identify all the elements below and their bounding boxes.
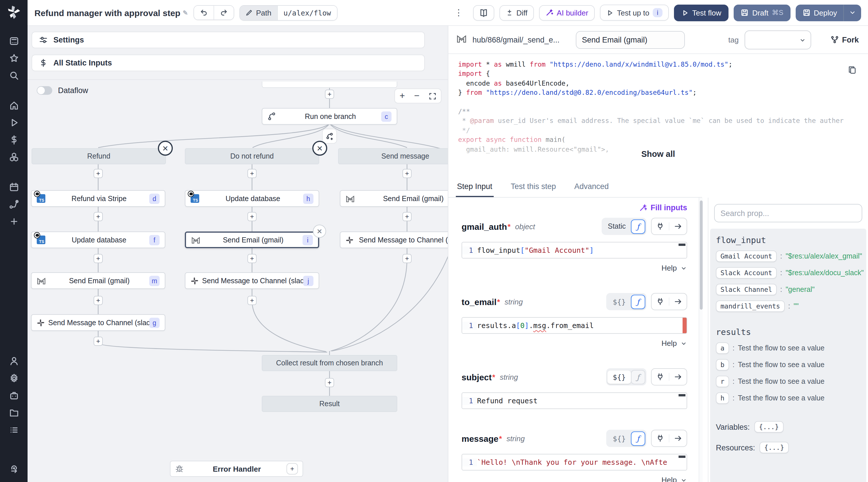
more-menu-button[interactable]: ⋮ [450, 7, 468, 18]
template-mode-button[interactable]: ${} [608, 370, 631, 384]
arrow-right-button[interactable] [669, 373, 687, 381]
sidebar-item-help-arrow[interactable] [5, 460, 23, 477]
tab-step-input[interactable]: Step Input [456, 182, 493, 197]
sidebar-item-logs[interactable] [5, 421, 23, 438]
flow-node-send-email-m[interactable]: Send Email (gmail) m [31, 272, 165, 289]
flow-node-run-one-branch[interactable]: Run one branch c [262, 108, 397, 125]
sidebar-item-star[interactable] [5, 49, 23, 67]
sidebar-item-workspace[interactable] [5, 32, 23, 49]
sidebar-item-home[interactable] [5, 96, 23, 114]
sidebar-item-variables[interactable] [5, 131, 23, 148]
ai-builder-button[interactable]: AI builder [539, 5, 595, 20]
fork-button[interactable]: Fork [830, 35, 859, 44]
branch-header-do-not-refund[interactable]: Do not refund [185, 148, 319, 164]
redo-button[interactable] [214, 6, 234, 20]
sidebar-item-schedules[interactable] [5, 178, 23, 195]
delete-step-button[interactable]: ✕ [313, 225, 326, 238]
flow-node-update-database-h[interactable]: TS Update database h [185, 190, 319, 207]
javascript-mode-button[interactable]: ƒ [631, 294, 645, 309]
branch-header-send-message[interactable]: Send message [338, 148, 448, 164]
template-mode-button[interactable]: ${} [608, 432, 631, 445]
javascript-mode-button[interactable]: ƒ [631, 431, 645, 446]
insert-step-button[interactable]: + [94, 337, 103, 346]
sidebar-item-folders[interactable] [5, 404, 23, 421]
sidebar-item-routes[interactable] [5, 195, 23, 212]
edit-title-icon[interactable]: ✎ [183, 9, 188, 17]
arrow-right-button[interactable] [669, 222, 687, 230]
insert-step-button[interactable]: + [402, 254, 412, 263]
subject-editor[interactable]: 1 Refund request [462, 392, 687, 409]
diff-button[interactable]: Diff [499, 5, 534, 20]
test-up-to-button[interactable]: Test up to i [600, 5, 669, 21]
variables-expand-button[interactable]: {...} [754, 421, 783, 433]
insert-step-button[interactable]: + [94, 296, 103, 305]
tab-advanced[interactable]: Advanced [573, 182, 610, 197]
step-summary-input[interactable] [576, 31, 685, 49]
collect-result-bar[interactable]: Collect result from chosen branch [262, 355, 397, 371]
deploy-button[interactable]: Deploy [795, 4, 844, 21]
zoom-out-button[interactable]: − [410, 91, 424, 101]
insert-step-button[interactable]: + [94, 169, 103, 178]
sidebar-item-settings[interactable] [5, 369, 23, 387]
insert-step-button[interactable]: + [247, 296, 257, 305]
prop-key-pill[interactable]: Slack Channel [716, 284, 777, 295]
plug-connect-button[interactable] [652, 222, 669, 230]
resources-expand-button[interactable]: {...} [760, 442, 789, 453]
test-flow-button[interactable]: Test flow [674, 4, 729, 21]
javascript-mode-button[interactable]: ƒ [631, 370, 645, 384]
clipped-top-node[interactable] [262, 82, 397, 88]
static-mode-button[interactable]: Static [602, 220, 631, 233]
insert-step-button[interactable]: + [325, 378, 334, 387]
flow-node-send-email-selected[interactable]: Send Email (gmail) i [185, 231, 319, 248]
flow-title[interactable]: Refund manager with approval step ✎ [34, 8, 188, 18]
arrow-right-button[interactable] [669, 434, 687, 442]
insert-step-button[interactable]: + [94, 254, 103, 263]
flow-node-refund-via-stripe[interactable]: TS Refund via Stripe d [31, 190, 165, 207]
error-handler-node[interactable]: Error Handler + [170, 461, 303, 477]
branch-header-refund[interactable]: Refund [32, 148, 166, 164]
sidebar-item-runs[interactable] [5, 114, 23, 131]
template-mode-button[interactable]: ${} [608, 295, 631, 308]
plug-connect-button[interactable] [652, 297, 669, 306]
result-key-pill[interactable]: r [716, 376, 729, 387]
flow-settings-card[interactable]: Settings [32, 32, 425, 48]
all-static-inputs-card[interactable]: All Static Inputs [32, 55, 425, 71]
insert-step-button[interactable]: + [247, 254, 257, 263]
zoom-in-button[interactable]: + [395, 91, 410, 101]
draft-button[interactable]: Draft ⌘S [734, 4, 790, 21]
javascript-mode-button[interactable]: ƒ [631, 219, 645, 233]
sidebar-item-resources[interactable] [5, 148, 23, 166]
sidebar-item-user[interactable] [5, 352, 23, 369]
deploy-options-button[interactable] [844, 4, 861, 21]
insert-step-button[interactable]: + [94, 212, 103, 221]
path-value[interactable]: u/alex/flow [277, 5, 337, 20]
sidebar-item-add[interactable] [5, 212, 23, 230]
insert-step-button[interactable]: + [247, 212, 257, 221]
sidebar-item-workers[interactable] [5, 387, 23, 404]
plug-connect-button[interactable] [652, 373, 669, 381]
edit-path-button[interactable]: Path [240, 5, 277, 20]
help-toggle[interactable]: Help [462, 339, 687, 347]
search-prop-input[interactable] [714, 204, 862, 222]
fit-view-button[interactable] [424, 92, 441, 100]
add-error-handler-button[interactable]: + [286, 463, 298, 475]
plug-connect-button[interactable] [652, 434, 669, 442]
help-toggle[interactable]: Help [462, 476, 687, 482]
to-email-editor[interactable]: 1 results.a[0].msg.from_email [462, 317, 687, 334]
insert-step-button[interactable]: + [402, 212, 412, 221]
arrow-right-button[interactable] [669, 297, 687, 306]
result-key-pill[interactable]: a [716, 342, 729, 354]
delete-branch-do-not-refund-button[interactable]: ✕ [312, 141, 327, 156]
flow-node-send-slack-right[interactable]: Send Message to Channel (slack) [340, 231, 448, 248]
sidebar-item-search[interactable] [5, 67, 23, 84]
prop-key-pill[interactable]: mandrill_events [716, 301, 785, 312]
copy-code-button[interactable] [848, 65, 857, 76]
result-bar[interactable]: Result [262, 396, 397, 412]
gmail-auth-editor[interactable]: 1 flow_input["Gmail Account"] [462, 242, 687, 258]
delete-branch-refund-button[interactable]: ✕ [158, 141, 173, 156]
form-scrollbar[interactable] [699, 198, 703, 482]
docs-button[interactable] [473, 5, 494, 20]
prop-key-pill[interactable]: Gmail Account [716, 251, 777, 262]
hub-script-path[interactable]: hub/868/gmail/_send_e... [472, 35, 559, 44]
show-all-button[interactable]: Show all [636, 147, 681, 161]
